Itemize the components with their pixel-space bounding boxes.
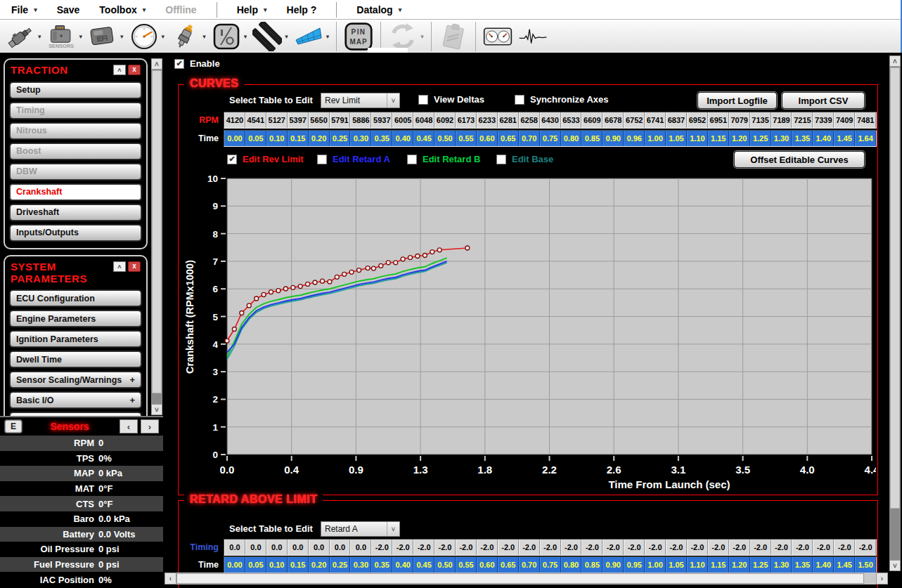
time-cell[interactable]: 0.90 <box>603 131 624 146</box>
sidebar-item-inputs-outputs[interactable]: Inputs/Outputs <box>10 225 141 241</box>
checkbox-icon[interactable] <box>317 155 327 164</box>
timing-cell[interactable]: 0.0 <box>288 540 309 555</box>
time-cell[interactable]: 0.20 <box>309 131 330 146</box>
rpm-cell[interactable]: 5937 <box>371 112 392 128</box>
sidebar-item-ecu-configuration[interactable]: ECU Configuration <box>10 290 141 306</box>
time-cell[interactable]: 0.20 <box>309 557 330 573</box>
spark-plug-icon[interactable] <box>169 22 201 51</box>
time-cell[interactable]: 0.10 <box>266 131 288 146</box>
rpm-cell[interactable]: 7215 <box>792 112 813 128</box>
time-cell[interactable]: 0.80 <box>561 557 582 573</box>
timing-cell[interactable]: -2.0 <box>771 540 792 555</box>
timing-cell[interactable]: -2.0 <box>708 540 729 555</box>
timing-cell[interactable]: -2.0 <box>834 540 855 555</box>
time-cell[interactable]: 0.96 <box>624 131 645 146</box>
sidebar-item-driveshaft[interactable]: Driveshaft <box>10 204 141 221</box>
timing-cell[interactable]: 0.0 <box>330 540 351 555</box>
sidebar-item-engine-parameters[interactable]: Engine Parameters <box>10 311 141 327</box>
rpm-cell[interactable]: 7189 <box>771 112 792 128</box>
time-cell[interactable]: 1.10 <box>687 131 708 146</box>
time-cell[interactable]: 1.45 <box>834 557 855 573</box>
vertical-scrollbar[interactable] <box>889 55 901 571</box>
surface-map-icon[interactable] <box>292 22 325 51</box>
time-cell[interactable]: 0.70 <box>519 557 540 573</box>
time-cell[interactable]: 0.35 <box>371 131 392 146</box>
time-cell[interactable]: 0.10 <box>266 557 288 573</box>
time-cell[interactable]: 0.35 <box>371 557 392 573</box>
rpm-cell[interactable]: 6951 <box>708 112 729 128</box>
time-cell[interactable]: 1.00 <box>645 131 666 146</box>
time-cell[interactable]: 1.40 <box>813 131 834 146</box>
time-cell[interactable]: 0.95 <box>624 557 645 573</box>
enable-checkbox[interactable] <box>174 59 184 69</box>
rpm-cell[interactable]: 6752 <box>624 112 645 128</box>
sidebar-item-boost[interactable]: Boost <box>10 143 141 159</box>
rpm-cell[interactable]: 6258 <box>519 112 540 128</box>
clipboard-icon[interactable] <box>437 22 470 51</box>
rpm-cell[interactable]: 5791 <box>330 112 351 128</box>
close-icon[interactable] <box>128 261 141 272</box>
toolbar-dropdown-arrow-icon[interactable]: ▾ <box>420 33 424 40</box>
rpm-cell[interactable]: 5650 <box>309 112 330 128</box>
toolbar-dropdown-arrow-icon[interactable]: ▾ <box>244 33 247 40</box>
rpm-cell[interactable]: 5886 <box>350 112 371 128</box>
time-cell[interactable]: 0.85 <box>581 557 603 573</box>
time-cell[interactable]: 0.75 <box>540 131 561 146</box>
view-deltas-toggle[interactable]: View Deltas <box>418 94 484 105</box>
rpm-cell[interactable]: 4541 <box>245 112 266 128</box>
scroll-down-icon[interactable] <box>889 560 901 571</box>
timing-cell[interactable]: -2.0 <box>813 540 834 555</box>
rpm-cell[interactable]: 6837 <box>666 112 687 128</box>
menu-item-offline[interactable]: Offline <box>165 4 196 15</box>
time-cell[interactable]: 1.35 <box>792 131 813 146</box>
time-cell[interactable]: 0.40 <box>392 557 413 573</box>
timing-cell[interactable]: -2.0 <box>456 540 477 555</box>
rpm-cell[interactable]: 6281 <box>498 112 519 128</box>
sidebar-item-crankshaft[interactable]: Crankshaft <box>10 184 141 200</box>
time-cell[interactable]: 0.05 <box>245 131 266 146</box>
timing-cell[interactable]: 0.0 <box>266 540 288 555</box>
curves-table-select[interactable]: Rev Limit <box>321 93 400 108</box>
time-cell[interactable]: 0.70 <box>519 131 540 146</box>
toolbar-dropdown-arrow-icon[interactable]: ▾ <box>202 33 206 40</box>
toolbar-dropdown-arrow-icon[interactable]: ▾ <box>79 33 83 40</box>
scroll-up-icon[interactable] <box>889 55 901 67</box>
timing-cell[interactable]: -2.0 <box>750 540 771 555</box>
menu-item-help[interactable]: Help ? <box>287 4 317 15</box>
rpm-cell[interactable]: 5127 <box>266 112 288 128</box>
time-cell[interactable]: 0.65 <box>498 557 519 573</box>
view-deltas-checkbox[interactable] <box>418 95 428 105</box>
gauges-icon[interactable] <box>482 22 514 51</box>
horizontal-scrollbar[interactable] <box>165 573 888 584</box>
timing-cell[interactable]: 0.0 <box>245 540 266 555</box>
fuel-injector-icon[interactable] <box>4 22 37 51</box>
sensors-edit-button[interactable]: E <box>4 419 22 433</box>
time-cell[interactable]: 0.50 <box>434 131 456 146</box>
time-cell[interactable]: 1.25 <box>750 557 771 573</box>
efi-module-icon[interactable]: EFI <box>86 22 119 51</box>
timing-cell[interactable]: -2.0 <box>413 540 434 555</box>
time-cell[interactable]: 1.05 <box>666 557 687 573</box>
time-cell[interactable]: 1.10 <box>687 557 708 573</box>
timing-cell[interactable]: 0.0 <box>309 540 330 555</box>
timing-cell[interactable]: -2.0 <box>792 540 813 555</box>
time-cell[interactable]: 1.20 <box>729 557 750 573</box>
rpm-cell[interactable]: 6092 <box>434 112 456 128</box>
time-cell[interactable]: 1.45 <box>834 131 855 146</box>
checkbox-icon[interactable] <box>407 155 417 164</box>
collapse-button[interactable] <box>113 65 126 75</box>
gauge-icon[interactable] <box>128 22 160 51</box>
waveform-icon[interactable] <box>517 22 549 51</box>
toolbar-dropdown-arrow-icon[interactable]: ▾ <box>120 33 124 40</box>
time-cell[interactable]: 0.45 <box>413 557 434 573</box>
timing-cell[interactable]: -2.0 <box>434 540 456 555</box>
time-cell[interactable]: 0.65 <box>498 131 519 146</box>
timing-cell[interactable]: 0.0 <box>224 540 245 555</box>
time-cell[interactable]: 0.60 <box>477 131 498 146</box>
crankshaft-chart[interactable]: 0.00.40.91.31.82.22.63.13.54.04.40123456… <box>184 171 876 490</box>
timing-cell[interactable]: -2.0 <box>729 540 750 555</box>
edit-toggle-edit-base[interactable]: Edit Base <box>496 154 553 164</box>
timing-cell[interactable]: -2.0 <box>498 540 519 555</box>
sync-icon[interactable] <box>387 22 419 51</box>
sensors-next-button[interactable] <box>141 419 159 433</box>
